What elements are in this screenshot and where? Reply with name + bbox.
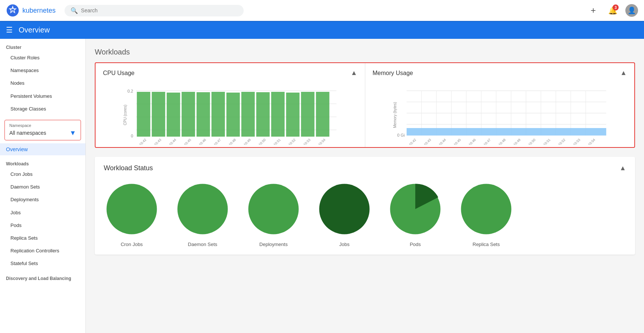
namespace-select[interactable]: All namespaces ▼ (9, 129, 76, 137)
status-item-cron-jobs[interactable]: Cron Jobs (104, 181, 160, 247)
svg-rect-22 (301, 92, 315, 137)
svg-text:10:45: 10:45 (183, 138, 192, 145)
svg-point-70 (178, 184, 228, 234)
chevron-down-icon: ▼ (69, 129, 76, 137)
svg-text:10:44: 10:44 (438, 138, 447, 145)
svg-text:10:44: 10:44 (168, 138, 177, 145)
logo-text: kubernetes (22, 7, 56, 15)
cron-jobs-label: Cron Jobs (121, 242, 143, 247)
notifications-button[interactable]: 🔔 3 (606, 4, 619, 17)
memory-chart-svg: Memory (bytes) 0 Gi (373, 81, 627, 145)
header-bar: ☰ Overview (0, 21, 644, 39)
cluster-section-header: Cluster (0, 39, 85, 52)
avatar[interactable]: 👤 (625, 4, 638, 17)
svg-text:10:54: 10:54 (318, 138, 326, 145)
workload-status-panel: Workload Status ▲ Cron Jobs Daemon Sets (95, 157, 635, 255)
add-button[interactable]: + (587, 4, 600, 17)
sidebar-item-namespaces[interactable]: Namespaces (0, 64, 85, 77)
cpu-chart-panel: CPU Usage ▲ 0.2 0 CPU (cores) (96, 63, 365, 147)
svg-rect-18 (241, 92, 255, 137)
status-item-replica-sets[interactable]: Replica Sets (458, 181, 514, 247)
svg-text:10:53: 10:53 (572, 138, 581, 145)
sidebar-item-replica-sets[interactable]: Replica Sets (0, 232, 85, 245)
svg-text:10:51: 10:51 (273, 138, 281, 145)
jobs-pie (316, 181, 372, 237)
svg-text:Memory (bytes): Memory (bytes) (393, 102, 397, 128)
memory-chart-title: Memory Usage (373, 70, 413, 77)
svg-text:10:42: 10:42 (138, 138, 147, 145)
svg-text:10:50: 10:50 (258, 138, 266, 145)
status-item-daemon-sets[interactable]: Daemon Sets (175, 181, 231, 247)
svg-rect-21 (286, 93, 300, 137)
svg-point-69 (107, 184, 157, 234)
svg-text:0.2: 0.2 (127, 89, 133, 93)
cpu-collapse-button[interactable]: ▲ (351, 69, 357, 77)
svg-point-74 (461, 184, 512, 234)
svg-text:0 Gi: 0 Gi (397, 133, 404, 137)
sidebar-item-storage-classes[interactable]: Storage Classes (0, 103, 85, 115)
svg-point-72 (319, 184, 370, 234)
status-collapse-button[interactable]: ▲ (619, 164, 626, 172)
memory-chart-header: Memory Usage ▲ (373, 69, 627, 77)
main-layout: Cluster Cluster Roles Namespaces Nodes P… (0, 39, 644, 333)
cpu-chart-svg: 0.2 0 CPU (cores) (103, 81, 357, 145)
pods-label: Pods (410, 242, 421, 247)
status-item-jobs[interactable]: Jobs (316, 181, 372, 247)
svg-text:10:53: 10:53 (303, 138, 311, 145)
sidebar-item-nodes[interactable]: Nodes (0, 77, 85, 90)
cpu-chart-title: CPU Usage (103, 70, 134, 77)
daemon-sets-pie (175, 181, 231, 237)
svg-rect-17 (226, 93, 240, 137)
svg-text:10:46: 10:46 (468, 138, 476, 145)
svg-rect-16 (212, 92, 225, 137)
sidebar-item-replication-controllers[interactable]: Replication Controllers (0, 245, 85, 257)
sidebar-item-overview[interactable]: Overview (0, 143, 85, 155)
svg-text:10:47: 10:47 (483, 138, 491, 145)
svg-rect-20 (271, 92, 285, 137)
daemon-sets-label: Daemon Sets (188, 242, 218, 247)
svg-text:10:48: 10:48 (228, 138, 237, 145)
topbar: k8s kubernetes 🔍 + 🔔 3 👤 (0, 0, 644, 21)
svg-text:0: 0 (131, 134, 133, 138)
svg-text:10:45: 10:45 (453, 138, 462, 145)
search-input[interactable] (81, 7, 238, 13)
header-title: Overview (19, 26, 50, 34)
sidebar-item-stateful-sets[interactable]: Stateful Sets (0, 257, 85, 270)
svg-text:10:43: 10:43 (423, 138, 432, 145)
search-icon: 🔍 (71, 7, 78, 14)
svg-text:10:50: 10:50 (528, 138, 536, 145)
memory-chart-area: Memory (bytes) 0 Gi (373, 81, 627, 141)
sidebar-item-cron-jobs[interactable]: Cron Jobs (0, 168, 85, 181)
search-bar[interactable]: 🔍 (65, 5, 244, 16)
sidebar-item-jobs[interactable]: Jobs (0, 206, 85, 219)
svg-text:10:49: 10:49 (513, 138, 521, 145)
workloads-title: Workloads (95, 48, 635, 56)
user-icon: 👤 (628, 6, 636, 15)
svg-rect-15 (197, 92, 210, 137)
svg-text:10:46: 10:46 (198, 138, 207, 145)
status-item-deployments[interactable]: Deployments (246, 181, 301, 247)
replica-sets-label: Replica Sets (473, 242, 500, 247)
sidebar-item-daemon-sets[interactable]: Daemon Sets (0, 181, 85, 193)
svg-text:10:47: 10:47 (213, 138, 222, 145)
namespace-value: All namespaces (9, 130, 46, 136)
sidebar-item-cluster-roles[interactable]: Cluster Roles (0, 52, 85, 64)
svg-text:10:42: 10:42 (408, 138, 417, 145)
svg-rect-19 (256, 92, 270, 137)
svg-rect-23 (316, 92, 329, 137)
memory-chart-panel: Memory Usage ▲ Memory (bytes) 0 Gi (365, 63, 635, 147)
svg-text:10:51: 10:51 (543, 138, 551, 145)
svg-rect-14 (182, 92, 195, 137)
sidebar-item-deployments[interactable]: Deployments (0, 193, 85, 206)
svg-rect-55 (406, 128, 606, 136)
sidebar-item-persistent-volumes[interactable]: Persistent Volumes (0, 90, 85, 103)
sidebar-item-pods[interactable]: Pods (0, 219, 85, 232)
memory-collapse-button[interactable]: ▲ (620, 69, 627, 77)
svg-text:CPU (cores): CPU (cores) (123, 105, 127, 125)
discovery-section-header: Discovery and Load Balancing (0, 270, 85, 283)
k8s-logo-icon: k8s (6, 4, 19, 17)
status-item-pods[interactable]: Pods (387, 181, 443, 247)
hamburger-icon[interactable]: ☰ (6, 25, 13, 34)
svg-rect-12 (152, 92, 165, 137)
svg-point-71 (248, 184, 299, 234)
